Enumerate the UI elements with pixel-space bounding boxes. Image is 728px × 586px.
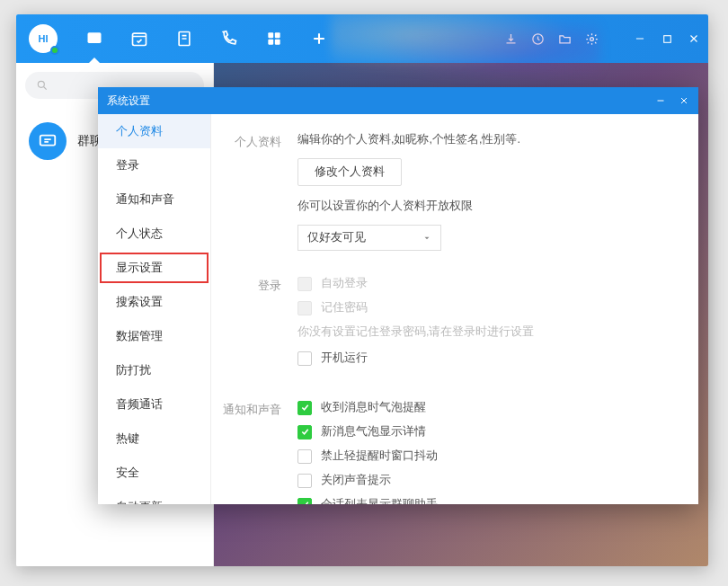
svg-rect-7 xyxy=(275,40,280,45)
nav-phone[interactable] xyxy=(219,29,239,49)
privacy-select-value: 仅好友可见 xyxy=(307,230,366,245)
checkbox-disabled-icon xyxy=(297,277,312,291)
svg-rect-6 xyxy=(268,40,273,45)
notify-option-label: 新消息气泡显示详情 xyxy=(321,424,426,440)
nav-notes[interactable] xyxy=(174,29,194,49)
option-auto-login-label: 自动登录 xyxy=(321,276,368,291)
main-nav: HI xyxy=(84,29,329,49)
checkbox-disabled-icon xyxy=(297,301,312,315)
notify-option-2[interactable]: 禁止轻提醒时窗口抖动 xyxy=(297,448,680,464)
profile-privacy-desc: 你可以设置你的个人资料开放权限 xyxy=(297,199,680,214)
svg-text:HI: HI xyxy=(92,35,98,41)
notify-option-3[interactable]: 关闭声音提示 xyxy=(297,473,680,488)
notify-option-1[interactable]: 新消息气泡显示详情 xyxy=(297,424,680,440)
option-remember-password[interactable]: 记住密码 xyxy=(297,300,680,315)
section-profile-label: 个人资料 xyxy=(211,132,297,251)
avatar-label: HI xyxy=(39,33,49,44)
section-notify-label: 通知和声音 xyxy=(211,400,297,504)
dialog-title: 系统设置 xyxy=(107,93,150,109)
settings-nav-item-5[interactable]: 搜索设置 xyxy=(98,285,210,319)
dialog-body: 个人资料登录通知和声音个人状态显示设置搜索设置数据管理防打扰音频通话热键安全自动… xyxy=(98,114,698,504)
settings-content[interactable]: 个人资料 编辑你的个人资料,如昵称,个性签名,性别等. 修改个人资料 你可以设置… xyxy=(211,114,698,504)
checkbox-checked-icon xyxy=(297,498,312,505)
window-maximize-icon[interactable] xyxy=(660,31,674,46)
profile-desc: 编辑你的个人资料,如昵称,个性签名,性别等. xyxy=(297,132,680,147)
notify-option-label: 禁止轻提醒时窗口抖动 xyxy=(321,448,438,464)
settings-dialog: 系统设置 个人资料登录通知和声音个人状态显示设置搜索设置数据管理防打扰音频通话热… xyxy=(98,87,698,504)
svg-rect-2 xyxy=(133,33,146,45)
nav-add[interactable] xyxy=(309,29,329,49)
notify-option-4[interactable]: 会话列表显示群聊助手 xyxy=(297,497,680,504)
settings-nav: 个人资料登录通知和声音个人状态显示设置搜索设置数据管理防打扰音频通话热键安全自动… xyxy=(98,114,211,504)
nav-chat[interactable]: HI xyxy=(84,29,104,49)
checkbox-checked-icon xyxy=(297,425,312,440)
window-close-icon[interactable] xyxy=(687,31,701,46)
option-startup-label: 开机运行 xyxy=(321,351,368,366)
svg-rect-5 xyxy=(275,32,280,38)
checkbox-unchecked-icon xyxy=(297,449,312,464)
option-remember-label: 记住密码 xyxy=(321,300,368,315)
nav-apps[interactable] xyxy=(264,29,284,49)
edit-profile-button[interactable]: 修改个人资料 xyxy=(297,158,402,186)
privacy-select[interactable]: 仅好友可见 xyxy=(297,225,441,251)
settings-nav-item-8[interactable]: 音频通话 xyxy=(98,387,210,422)
checkbox-checked-icon xyxy=(297,401,312,415)
login-hint: 你没有设置记住登录密码,请在登录时进行设置 xyxy=(297,324,680,340)
avatar[interactable]: HI xyxy=(29,24,58,53)
status-online-dot xyxy=(50,46,59,55)
svg-rect-4 xyxy=(268,32,273,38)
notify-option-0[interactable]: 收到消息时气泡提醒 xyxy=(297,400,680,415)
notify-option-label: 关闭声音提示 xyxy=(321,473,391,488)
titlebar-background-art xyxy=(331,14,600,77)
group-chat-icon xyxy=(29,122,67,160)
settings-nav-item-10[interactable]: 安全 xyxy=(98,456,210,490)
settings-nav-item-4[interactable]: 显示设置 xyxy=(98,251,210,285)
settings-nav-item-6[interactable]: 数据管理 xyxy=(98,319,210,353)
section-profile: 个人资料 编辑你的个人资料,如昵称,个性签名,性别等. 修改个人资料 你可以设置… xyxy=(211,132,680,251)
chevron-down-icon xyxy=(422,234,431,243)
notify-option-label: 收到消息时气泡提醒 xyxy=(321,400,426,415)
notify-option-label: 会话列表显示群聊助手 xyxy=(321,497,438,504)
section-login-label: 登录 xyxy=(211,276,297,375)
dialog-minimize-icon[interactable] xyxy=(655,95,666,106)
search-icon xyxy=(36,79,49,92)
settings-nav-item-2[interactable]: 通知和声音 xyxy=(98,182,210,217)
dialog-close-icon[interactable] xyxy=(679,95,689,106)
settings-nav-item-7[interactable]: 防打扰 xyxy=(98,353,210,387)
checkbox-unchecked-icon xyxy=(297,474,312,488)
nav-calendar[interactable] xyxy=(129,29,149,49)
titlebar: HI HI xyxy=(16,14,708,63)
settings-nav-item-0[interactable]: 个人资料 xyxy=(98,114,210,148)
svg-point-11 xyxy=(38,81,44,87)
settings-nav-item-3[interactable]: 个人状态 xyxy=(98,217,210,251)
settings-nav-item-11[interactable]: 自动更新 xyxy=(98,490,210,504)
option-auto-login[interactable]: 自动登录 xyxy=(297,276,680,291)
settings-nav-item-1[interactable]: 登录 xyxy=(98,148,210,182)
option-run-on-startup[interactable]: 开机运行 xyxy=(297,351,680,366)
section-notify: 通知和声音 收到消息时气泡提醒新消息气泡显示详情禁止轻提醒时窗口抖动关闭声音提示… xyxy=(211,400,680,504)
section-login: 登录 自动登录 记住密码 你没有设置记住登录密码,请在登录时进行设置 开机运行 xyxy=(211,276,680,375)
dialog-titlebar[interactable]: 系统设置 xyxy=(98,87,698,114)
window-minimize-icon[interactable] xyxy=(633,31,647,46)
checkbox-unchecked-icon xyxy=(297,351,312,366)
settings-nav-item-9[interactable]: 热键 xyxy=(98,422,210,456)
svg-rect-10 xyxy=(663,35,670,42)
